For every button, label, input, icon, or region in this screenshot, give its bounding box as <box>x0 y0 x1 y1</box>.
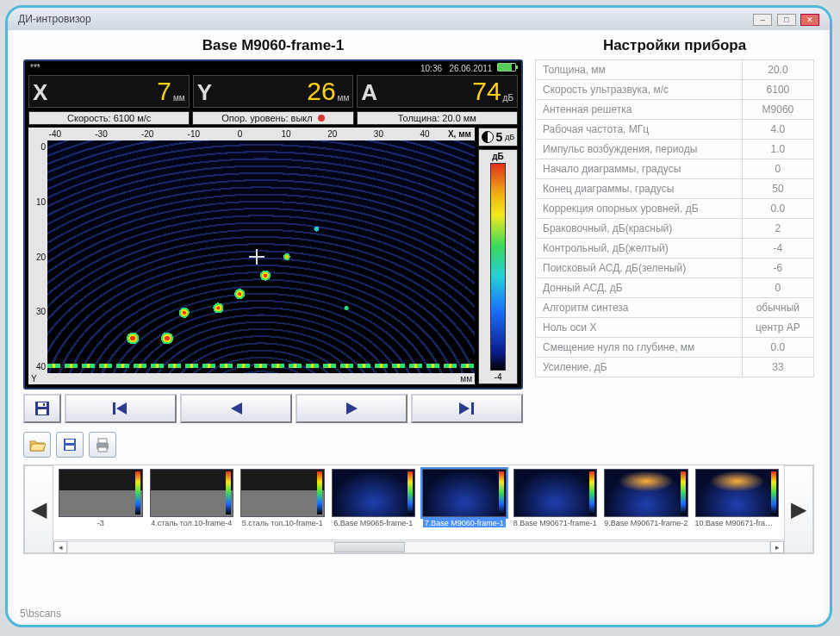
svg-rect-3 <box>43 403 45 406</box>
thumbnail[interactable]: 10.Base M90671-fram… <box>695 469 780 527</box>
folder-open-icon <box>28 437 46 452</box>
play-button[interactable] <box>296 394 408 423</box>
instrument-statusbar: *** 10:36 26.06.2011 <box>25 61 521 75</box>
window-titlebar: ДИ-интровизор – □ ✕ <box>8 8 830 30</box>
print-button[interactable] <box>89 432 116 458</box>
scroll-thumb[interactable] <box>334 542 404 552</box>
settings-table: Толщина, мм20.0Скорость ультразвука, м/с… <box>535 59 814 377</box>
play-icon <box>344 401 359 416</box>
svg-marker-7 <box>346 402 358 415</box>
settings-value: 4.0 <box>742 120 813 140</box>
settings-title: Настройки прибора <box>535 34 814 59</box>
svg-rect-14 <box>98 439 107 443</box>
settings-key: Усиление, дБ <box>536 358 743 377</box>
thumbnail-label: 5.сталь тол.10-frame-1 <box>242 519 323 527</box>
settings-key: Конец диаграммы, градусы <box>536 179 743 199</box>
scroll-track[interactable] <box>67 541 770 553</box>
y-axis-label: Y мм <box>28 373 475 384</box>
settings-key: Алгоритм синтеза <box>536 298 743 318</box>
filmstrip-prev-button[interactable]: ◀ <box>24 465 53 553</box>
svg-rect-2 <box>38 409 47 415</box>
readout-a: A 74 дБ <box>357 75 518 108</box>
thumbnail-label: 9.Base M90671-frame-2 <box>604 519 688 527</box>
settings-key: Контрольный, дБ(желтый) <box>536 239 743 259</box>
settings-value: 0.0 <box>742 338 813 358</box>
settings-key: Браковочный, дБ(красный) <box>536 219 743 239</box>
scroll-right-button[interactable]: ▸ <box>770 541 784 553</box>
settings-key: Толщина, мм <box>536 60 743 80</box>
thumbnail-image <box>59 469 143 517</box>
param-ref: Опор. уровень: выкл <box>192 111 353 125</box>
thumbnail-label: 8.Base M90671-frame-1 <box>513 519 597 527</box>
bscan-image[interactable] <box>47 140 475 373</box>
thumbnail-label: -3 <box>97 519 104 527</box>
scroll-left-button[interactable]: ◂ <box>53 541 67 553</box>
thumbnail-image <box>150 469 234 517</box>
settings-value: 0.0 <box>742 199 813 219</box>
status-time: 10:36 <box>420 64 442 73</box>
settings-value: 6100 <box>742 80 813 100</box>
x-axis: -40 -30 -20 -10 0 10 20 30 40 X, мм <box>28 128 475 140</box>
thumbnail-image <box>240 469 325 517</box>
settings-row: Скорость ультразвука, м/с6100 <box>536 80 814 100</box>
settings-row: Антенная решеткаM9060 <box>536 100 814 120</box>
thumbnail-image <box>604 469 688 517</box>
instrument-screen: *** 10:36 26.06.2011 X 7 мм <box>23 59 523 390</box>
settings-key: Скорость ультразвука, м/с <box>536 80 743 100</box>
close-button[interactable]: ✕ <box>800 14 819 26</box>
svg-rect-12 <box>65 446 74 450</box>
settings-row: Алгоритм синтезаобычный <box>536 298 814 318</box>
settings-row: Браковочный, дБ(красный)2 <box>536 219 814 239</box>
open-button[interactable] <box>23 432 51 458</box>
footer-path: 5\bscans <box>20 608 61 620</box>
thumbnail-image <box>422 469 507 517</box>
filmstrip: ◀ -34.сталь тол.10-frame-45.сталь тол.10… <box>23 465 814 554</box>
svg-rect-4 <box>113 402 115 415</box>
window-title: ДИ-интровизор <box>18 13 91 25</box>
settings-value: обычный <box>742 298 813 318</box>
thumbnail[interactable]: 5.сталь тол.10-frame-1 <box>240 469 325 527</box>
status-dots: *** <box>30 63 40 73</box>
first-button[interactable] <box>65 394 177 423</box>
thumbnail-label: 6.Base M9065-frame-1 <box>333 519 413 527</box>
printer-icon <box>94 437 111 452</box>
floppy-icon <box>34 400 51 417</box>
file-toolbar <box>23 432 814 458</box>
thumbnail[interactable]: 6.Base M9065-frame-1 <box>332 469 416 527</box>
thumbnail[interactable]: 4.сталь тол.10-frame-4 <box>150 469 234 527</box>
save-file-button[interactable] <box>56 432 84 458</box>
play-back-icon <box>228 401 244 416</box>
settings-value: M9060 <box>742 100 813 120</box>
prev-button[interactable] <box>180 394 292 423</box>
readout-x: X 7 мм <box>28 75 190 108</box>
last-button[interactable] <box>411 394 523 423</box>
svg-rect-1 <box>38 402 47 407</box>
filmstrip-next-button[interactable]: ▶ <box>784 465 813 553</box>
settings-row: Начало диаграммы, градусы0 <box>536 159 814 179</box>
param-speed: Скорость: 6100 м/с <box>28 111 190 125</box>
settings-row: Ноль оси Xцентр АР <box>536 318 814 338</box>
thumbnail[interactable]: 8.Base M90671-frame-1 <box>513 469 598 527</box>
filmstrip-scrollbar[interactable]: ◂ ▸ <box>53 539 784 553</box>
settings-value: -4 <box>742 239 813 259</box>
thumbnail[interactable]: 7.Base M9060-frame-1 <box>422 469 507 527</box>
battery-icon <box>497 63 516 72</box>
thumbnail-image <box>695 469 780 517</box>
readout-y: Y 26 мм <box>193 75 354 108</box>
save-button[interactable] <box>23 394 61 423</box>
thumbnail[interactable]: 9.Base M90671-frame-2 <box>604 469 688 527</box>
minimize-button[interactable]: – <box>753 14 772 26</box>
svg-rect-11 <box>65 440 74 443</box>
maximize-button[interactable]: □ <box>777 14 796 26</box>
settings-value: 1.0 <box>742 140 813 159</box>
ref-slider-dot <box>318 115 325 122</box>
settings-key: Поисковый АСД, дБ(зеленый) <box>536 259 743 278</box>
floppy-icon <box>62 437 78 452</box>
crosshair-icon <box>249 249 264 265</box>
settings-row: Импульс возбуждения, периоды1.0 <box>536 140 814 159</box>
thumbnail[interactable]: -3 <box>59 469 143 527</box>
settings-row: Донный АСД, дБ0 <box>536 278 814 298</box>
svg-marker-5 <box>116 402 127 415</box>
settings-key: Смещение нуля по глубине, мм <box>536 338 743 358</box>
settings-row: Толщина, мм20.0 <box>536 60 814 80</box>
